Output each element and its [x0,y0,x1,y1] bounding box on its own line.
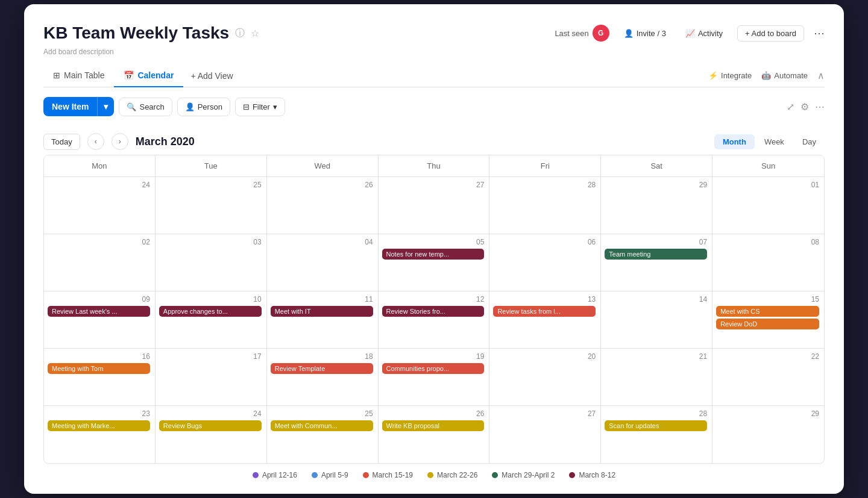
legend-dot [492,472,498,478]
event-pill[interactable]: Communities propo... [382,363,485,374]
automate-label: Automate [774,71,808,80]
automate-icon: 🤖 [761,71,771,80]
today-button[interactable]: Today [43,134,80,150]
search-button[interactable]: 🔍 Search [119,98,172,116]
event-pill[interactable]: Review Template [271,363,373,374]
event-pill[interactable]: Write KB proposal [382,420,485,431]
cal-cell: 27 [489,406,601,463]
add-view-label: + Add View [190,71,233,81]
calendar-grid: MonTueWedThuFriSatSun 242526272829010203… [43,155,825,464]
event-pill[interactable]: Meeting with Marke... [48,420,150,431]
cal-cell: 05Notes for new temp... [379,234,490,291]
legend-item: March 29-April 2 [492,471,555,479]
new-item-label[interactable]: New Item [43,97,97,116]
integrate-label: Integrate [721,71,752,80]
integrate-button[interactable]: ⚡ Integrate [708,71,752,80]
activity-button[interactable]: 📈 Activity [681,26,728,40]
cell-date: 04 [271,238,373,246]
prev-arrow[interactable]: ‹ [87,133,104,150]
header-right: Last seen G 👤 Invite / 3 📈 Activity + Ad… [555,25,825,42]
tab-calendar[interactable]: 📅 Calendar [114,64,183,87]
day-header-tue: Tue [156,155,267,176]
integrate-icon: ⚡ [708,71,718,80]
cell-date: 15 [716,295,819,303]
main-table-label: Main Table [64,70,104,80]
event-pill[interactable]: Review tasks from l... [493,306,596,317]
calendar-label: Calendar [137,70,174,80]
event-pill[interactable]: Meeting with Tom [48,363,150,374]
cell-date: 08 [716,238,819,246]
cell-date: 18 [271,352,373,361]
star-icon[interactable]: ☆ [251,28,259,39]
search-icon: 🔍 [127,102,136,111]
cell-date: 24 [159,409,262,418]
cell-date: 12 [382,295,485,303]
cal-cell: 02 [44,234,156,291]
month-view-button[interactable]: Month [714,134,755,149]
event-pill[interactable]: Approve changes to... [159,306,262,317]
search-label: Search [139,102,164,111]
automate-button[interactable]: 🤖 Automate [761,71,808,80]
calendar-icon: 📅 [124,70,134,80]
board-description[interactable]: Add board description [43,48,825,56]
event-pill[interactable]: Meet with CS [716,306,819,317]
event-pill[interactable]: Meet with IT [271,306,373,317]
cell-date: 22 [716,352,819,361]
day-view-button[interactable]: Day [794,134,825,149]
event-pill[interactable]: Review Bugs [159,420,262,431]
expand-icon[interactable]: ⤢ [787,101,794,113]
cal-cell: 10Approve changes to... [156,291,267,349]
calendar-nav: Today ‹ › March 2020 Month Week Day [43,128,825,155]
add-to-board-button[interactable]: + Add to board [737,25,804,42]
day-header-wed: Wed [267,155,379,176]
event-pill[interactable]: Meet with Commun... [271,420,373,431]
legend-label: April 12-16 [262,471,297,479]
next-arrow[interactable]: › [112,133,128,150]
cal-cell: 24 [44,177,156,234]
legend-dot [312,472,318,478]
legend-item: March 8-12 [569,471,615,479]
cal-cell: 25 [156,177,267,234]
cell-date: 11 [271,295,373,303]
event-pill[interactable]: Team meeting [605,249,707,260]
cell-date: 01 [716,181,819,189]
person-label: Person [198,102,222,111]
cell-date: 25 [159,181,262,189]
cal-cell: 20 [489,349,601,406]
more-toolbar-icon[interactable]: ⋯ [815,101,825,113]
legend-label: March 22-26 [437,471,477,479]
new-item-button[interactable]: New Item ▾ [43,97,114,116]
tab-main-table[interactable]: ⊞ Main Table [43,64,114,87]
event-pill[interactable]: Notes for new temp... [382,249,485,260]
add-view-tab[interactable]: + Add View [183,65,240,87]
event-pill[interactable]: Review Stories fro... [382,306,485,317]
day-header-sun: Sun [712,155,824,176]
cell-date: 09 [48,295,150,303]
cal-cell: 17 [156,349,267,406]
cell-date: 25 [271,409,373,418]
event-pill[interactable]: Review DoD [716,319,819,329]
cal-cell: 15Meet with CSReview DoD [712,291,824,349]
person-button[interactable]: 👤 Person [177,98,230,116]
activity-icon: 📈 [685,29,695,38]
invite-button[interactable]: 👤 Invite / 3 [619,26,671,40]
header: KB Team Weekly Tasks ⓘ ☆ Last seen G 👤 I… [43,23,825,43]
event-pill[interactable]: Review Last week's ... [48,306,150,317]
cal-cell: 21 [601,349,712,406]
cal-cell: 06 [489,234,601,291]
cell-date: 29 [716,409,819,418]
cell-date: 07 [605,238,707,246]
week-view-button[interactable]: Week [756,134,793,149]
event-pill[interactable]: Scan for updates [605,420,707,431]
day-header-fri: Fri [489,155,601,176]
month-title: March 2020 [136,135,707,148]
filter-button[interactable]: ⊟ Filter ▾ [235,98,285,116]
cal-cell: 29 [712,406,824,463]
more-options-icon[interactable]: ⋯ [814,26,825,40]
settings-icon[interactable]: ⚙ [800,101,809,113]
new-item-caret[interactable]: ▾ [97,97,114,116]
tabs-right: ⚡ Integrate 🤖 Automate ∧ [708,70,825,81]
info-icon[interactable]: ⓘ [235,27,245,40]
toolbar: New Item ▾ 🔍 Search 👤 Person ⊟ Filter ▾ … [43,97,825,116]
collapse-icon[interactable]: ∧ [817,70,825,81]
